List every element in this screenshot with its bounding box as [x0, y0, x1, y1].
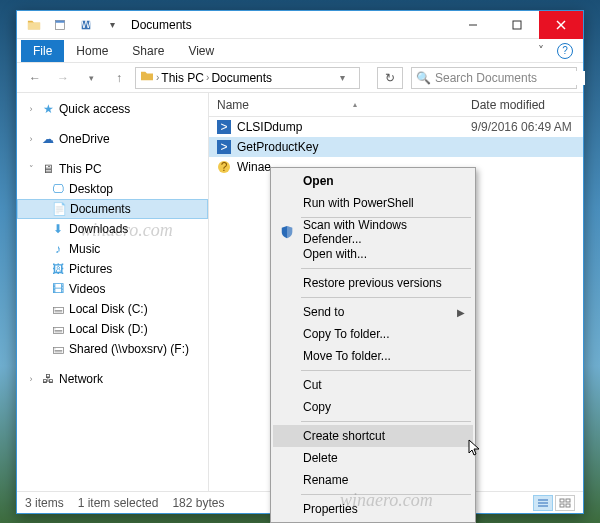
svg-rect-18	[566, 499, 570, 502]
close-button[interactable]	[539, 11, 583, 39]
menu-separator	[301, 421, 471, 422]
menu-item-scan-defender[interactable]: Scan with Windows Defender...	[273, 221, 473, 243]
chevron-right-icon[interactable]: ›	[156, 72, 159, 83]
status-count: 3 items	[25, 496, 64, 510]
sidebar-item-disk-d[interactable]: 🖴Local Disk (D:)	[17, 319, 208, 339]
tab-share[interactable]: Share	[120, 40, 176, 62]
chevron-right-icon[interactable]: ›	[25, 104, 37, 114]
qat-dropdown-icon[interactable]: ▾	[101, 14, 123, 36]
ribbon-expand-icon[interactable]: ˅	[533, 43, 549, 59]
sidebar-item-videos[interactable]: 🎞Videos	[17, 279, 208, 299]
computer-icon: 🖥	[41, 162, 55, 176]
music-icon: ♪	[51, 242, 65, 256]
chevron-right-icon: ▶	[457, 307, 465, 318]
navigation-bar: ← → ▾ ↑ › This PC › Documents ▾ ↻ 🔍	[17, 63, 583, 93]
powershell-file-icon: >	[217, 140, 231, 154]
tab-home[interactable]: Home	[64, 40, 120, 62]
recent-locations-icon[interactable]: ▾	[79, 66, 103, 90]
breadcrumb-segment[interactable]: Documents	[211, 71, 272, 85]
back-button[interactable]: ←	[23, 66, 47, 90]
sidebar-item-desktop[interactable]: 🖵Desktop	[17, 179, 208, 199]
star-icon: ★	[41, 102, 55, 116]
chevron-right-icon[interactable]: ›	[206, 72, 209, 83]
details-view-button[interactable]	[533, 495, 553, 511]
svg-text:?: ?	[221, 160, 228, 174]
sidebar-item-shared[interactable]: 🖴Shared (\\vboxsrv) (F:)	[17, 339, 208, 359]
menu-item-copy[interactable]: Copy	[273, 396, 473, 418]
search-input[interactable]	[435, 71, 585, 85]
sidebar-item-onedrive[interactable]: ›☁OneDrive	[17, 129, 208, 149]
menu-item-move-to[interactable]: Move To folder...	[273, 345, 473, 367]
titlebar: W ▾ Documents	[17, 11, 583, 39]
network-icon: 🖧	[41, 372, 55, 386]
quick-access-toolbar: W ▾	[17, 14, 123, 36]
sidebar-item-pictures[interactable]: 🖼Pictures	[17, 259, 208, 279]
tab-view[interactable]: View	[176, 40, 226, 62]
sidebar-item-downloads[interactable]: ⬇Downloads	[17, 219, 208, 239]
window-title: Documents	[123, 18, 192, 32]
menu-item-open-with[interactable]: Open with...	[273, 243, 473, 265]
status-selected: 1 item selected	[78, 496, 159, 510]
pictures-icon: 🖼	[51, 262, 65, 276]
list-item[interactable]: >CLSIDdump 9/9/2016 06:49 AM	[209, 117, 583, 137]
qat-properties-icon[interactable]	[49, 14, 71, 36]
search-box[interactable]: 🔍	[411, 67, 577, 89]
sidebar-item-quick-access[interactable]: ›★Quick access	[17, 99, 208, 119]
cloud-icon: ☁	[41, 132, 55, 146]
sidebar-item-network[interactable]: ›🖧Network	[17, 369, 208, 389]
shield-icon	[279, 224, 295, 240]
chevron-right-icon[interactable]: ›	[25, 374, 37, 384]
sidebar-item-music[interactable]: ♪Music	[17, 239, 208, 259]
menu-item-open[interactable]: Open	[273, 170, 473, 192]
menu-item-restore-versions[interactable]: Restore previous versions	[273, 272, 473, 294]
menu-item-create-shortcut[interactable]: Create shortcut	[273, 425, 473, 447]
help-file-icon: ?	[217, 160, 231, 174]
window-controls	[451, 11, 583, 39]
menu-item-delete[interactable]: Delete	[273, 447, 473, 469]
menu-separator	[301, 494, 471, 495]
sidebar-item-disk-c[interactable]: 🖴Local Disk (C:)	[17, 299, 208, 319]
up-button[interactable]: ↑	[107, 66, 131, 90]
svg-rect-17	[560, 499, 564, 502]
downloads-icon: ⬇	[51, 222, 65, 236]
menu-item-copy-to[interactable]: Copy To folder...	[273, 323, 473, 345]
breadcrumb-segment[interactable]: This PC	[161, 71, 204, 85]
sidebar-item-this-pc[interactable]: ˅🖥This PC	[17, 159, 208, 179]
file-tab[interactable]: File	[21, 40, 64, 62]
ribbon: File Home Share View ˅ ?	[17, 39, 583, 63]
menu-item-properties[interactable]: Properties	[273, 498, 473, 520]
svg-rect-19	[560, 504, 564, 507]
column-name[interactable]: Name▴	[209, 98, 463, 112]
qat-newfolder-icon[interactable]: W	[75, 14, 97, 36]
network-drive-icon: 🖴	[51, 342, 65, 356]
menu-separator	[301, 297, 471, 298]
minimize-button[interactable]	[451, 11, 495, 39]
menu-item-run-powershell[interactable]: Run with PowerShell	[273, 192, 473, 214]
folder-icon	[23, 14, 45, 36]
menu-item-cut[interactable]: Cut	[273, 374, 473, 396]
svg-rect-1	[56, 20, 65, 22]
sort-indicator-icon: ▴	[353, 100, 357, 109]
folder-icon	[140, 70, 154, 85]
svg-text:W: W	[81, 19, 91, 30]
maximize-button[interactable]	[495, 11, 539, 39]
chevron-down-icon[interactable]: ˅	[25, 164, 37, 174]
icons-view-button[interactable]	[555, 495, 575, 511]
navigation-pane: ›★Quick access ›☁OneDrive ˅🖥This PC 🖵Des…	[17, 93, 209, 491]
svg-text:>: >	[220, 140, 227, 154]
column-date[interactable]: Date modified	[463, 98, 583, 112]
list-item[interactable]: >GetProductKey	[209, 137, 583, 157]
help-icon[interactable]: ?	[557, 43, 573, 59]
context-menu: Open Run with PowerShell Scan with Windo…	[270, 167, 476, 523]
sidebar-item-documents[interactable]: 📄Documents	[17, 199, 208, 219]
documents-icon: 📄	[52, 202, 66, 216]
status-size: 182 bytes	[172, 496, 224, 510]
powershell-file-icon: >	[217, 120, 231, 134]
menu-item-send-to[interactable]: Send to▶	[273, 301, 473, 323]
breadcrumb[interactable]: › This PC › Documents	[135, 67, 360, 89]
refresh-button[interactable]: ↻	[377, 67, 403, 89]
menu-item-rename[interactable]: Rename	[273, 469, 473, 491]
forward-button[interactable]: →	[51, 66, 75, 90]
disk-icon: 🖴	[51, 322, 65, 336]
chevron-right-icon[interactable]: ›	[25, 134, 37, 144]
